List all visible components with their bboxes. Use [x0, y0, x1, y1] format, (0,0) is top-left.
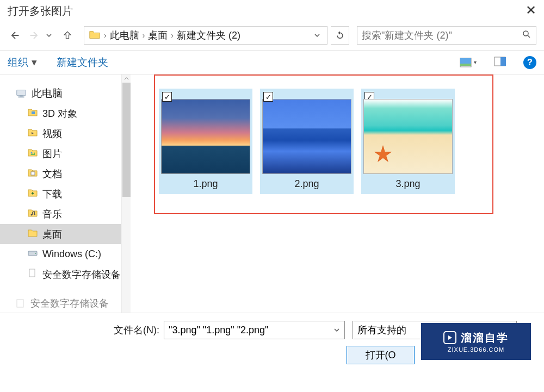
- navigation-bar: › 此电脑 › 桌面 › 新建文件夹 (2): [0, 20, 544, 50]
- organize-button[interactable]: 组织 ▾: [8, 55, 37, 70]
- breadcrumb[interactable]: › 此电脑 › 桌面 › 新建文件夹 (2): [84, 26, 327, 45]
- svg-rect-9: [32, 111, 35, 114]
- file-name: 3.png: [363, 178, 453, 190]
- back-button[interactable]: [8, 28, 23, 43]
- sidebar-item[interactable]: 图片: [0, 144, 121, 164]
- preview-pane-button[interactable]: [494, 57, 506, 69]
- checkbox-icon[interactable]: ✓: [162, 92, 172, 102]
- sidebar-item[interactable]: Windows (C:): [0, 244, 121, 264]
- sidebar-item[interactable]: 文档: [0, 164, 121, 184]
- breadcrumb-item[interactable]: 此电脑: [108, 29, 141, 42]
- thumbnail-image: [363, 99, 453, 174]
- sidebar-root-label: 此电脑: [32, 86, 63, 101]
- svg-rect-17: [17, 300, 23, 307]
- svg-rect-8: [18, 96, 24, 97]
- sidebar-item[interactable]: 安全数字存储设备: [0, 264, 121, 284]
- svg-rect-2: [460, 58, 471, 64]
- chevron-right-icon: ›: [141, 31, 146, 40]
- play-icon: [443, 331, 456, 344]
- history-dropdown-icon[interactable]: [45, 29, 53, 41]
- sidebar-item[interactable]: 桌面: [0, 224, 121, 244]
- chevron-right-icon: ›: [103, 31, 108, 40]
- search-icon[interactable]: [522, 29, 531, 41]
- computer-icon: [15, 88, 27, 99]
- filename-combo[interactable]: "3.png" "1.png" "2.png": [164, 321, 345, 339]
- thumbnail-image: [161, 99, 250, 174]
- file-thumbnail[interactable]: ✓3.png: [361, 89, 455, 194]
- forward-button: [26, 28, 41, 43]
- drive-icon: [27, 248, 38, 260]
- window-title: 打开多张图片: [8, 4, 73, 18]
- sidebar-item-label: 文档: [42, 167, 62, 181]
- file-icon: [27, 268, 38, 281]
- svg-point-15: [35, 253, 36, 254]
- svg-rect-6: [17, 90, 26, 95]
- filename-label: 文件名(N):: [114, 323, 159, 337]
- sidebar-item-label: 下载: [42, 188, 62, 201]
- file-name: 2.png: [262, 178, 352, 190]
- chevron-down-icon: [333, 327, 340, 333]
- svg-rect-7: [20, 95, 23, 96]
- folder-video-icon: [27, 127, 38, 140]
- sidebar-item-label: Windows (C:): [42, 248, 101, 260]
- folder-3d-icon: [27, 107, 38, 120]
- svg-rect-11: [31, 172, 35, 175]
- file-thumbnail[interactable]: ✓2.png: [260, 89, 354, 194]
- sidebar-item[interactable]: 音乐: [0, 204, 121, 224]
- toolbar: 组织 ▾ 新建文件夹 ▾ ?: [0, 50, 544, 74]
- svg-rect-5: [500, 57, 506, 66]
- checkbox-icon[interactable]: ✓: [263, 92, 273, 102]
- sidebar-item-cutoff[interactable]: 安全数字存储设备: [0, 293, 121, 313]
- up-button[interactable]: [60, 28, 75, 43]
- file-icon: [15, 298, 26, 308]
- refresh-button[interactable]: [331, 26, 349, 45]
- svg-rect-3: [460, 64, 471, 66]
- sidebar-item[interactable]: 下载: [0, 184, 121, 204]
- file-name: 1.png: [160, 178, 251, 190]
- new-folder-button[interactable]: 新建文件夹: [57, 55, 108, 70]
- scroll-up-icon[interactable]: [123, 76, 129, 82]
- open-button[interactable]: 打开(O: [347, 346, 415, 364]
- scroll-thumb[interactable]: [122, 83, 131, 197]
- watermark: 溜溜自学 ZIXUE.3D66.COM: [421, 323, 531, 360]
- view-mode-button[interactable]: ▾: [460, 58, 477, 67]
- sidebar-item-label: 3D 对象: [42, 107, 77, 120]
- breadcrumb-item[interactable]: 桌面: [146, 29, 170, 42]
- sidebar: 此电脑 3D 对象视频图片文档下载音乐桌面Windows (C:)安全数字存储设…: [0, 74, 121, 313]
- chevron-down-icon: ▾: [32, 56, 37, 69]
- folder-music-icon: [27, 208, 38, 220]
- sidebar-item-label: 音乐: [42, 208, 62, 221]
- file-thumbnail[interactable]: ✓1.png: [159, 89, 252, 194]
- folder-icon: [89, 29, 101, 41]
- breadcrumb-item[interactable]: 新建文件夹 (2): [175, 29, 243, 42]
- chevron-down-icon[interactable]: [314, 32, 320, 39]
- svg-point-10: [31, 152, 33, 154]
- folder-desktop-icon: [27, 228, 38, 240]
- sidebar-root[interactable]: 此电脑: [0, 83, 121, 103]
- search-input[interactable]: [362, 30, 522, 41]
- sidebar-item-label: 桌面: [42, 228, 62, 241]
- svg-point-0: [523, 31, 528, 36]
- footer: 文件名(N): "3.png" "1.png" "2.png" 所有支持的 打开…: [0, 313, 544, 364]
- sidebar-item[interactable]: 3D 对象: [0, 103, 121, 123]
- svg-rect-16: [29, 269, 35, 277]
- sidebar-item-label: 图片: [42, 147, 62, 160]
- body-area: 此电脑 3D 对象视频图片文档下载音乐桌面Windows (C:)安全数字存储设…: [0, 74, 544, 313]
- close-icon[interactable]: ✕: [526, 4, 536, 17]
- folder-pictures-icon: [27, 147, 38, 160]
- search-field[interactable]: [357, 26, 536, 45]
- svg-point-13: [34, 214, 35, 215]
- title-bar: 打开多张图片 ✕: [0, 0, 544, 20]
- folder-downloads-icon: [27, 188, 38, 200]
- chevron-right-icon: ›: [170, 31, 175, 40]
- sidebar-item[interactable]: 视频: [0, 123, 121, 144]
- help-icon[interactable]: ?: [523, 56, 536, 69]
- folder-docs-icon: [27, 167, 38, 180]
- sidebar-item-label: 视频: [42, 127, 62, 140]
- file-area[interactable]: ✓1.png✓2.png✓3.png: [131, 74, 544, 313]
- thumbnail-image: [262, 99, 351, 174]
- sidebar-item-label: 安全数字存储设备: [42, 268, 121, 281]
- scrollbar-vertical[interactable]: [121, 74, 131, 313]
